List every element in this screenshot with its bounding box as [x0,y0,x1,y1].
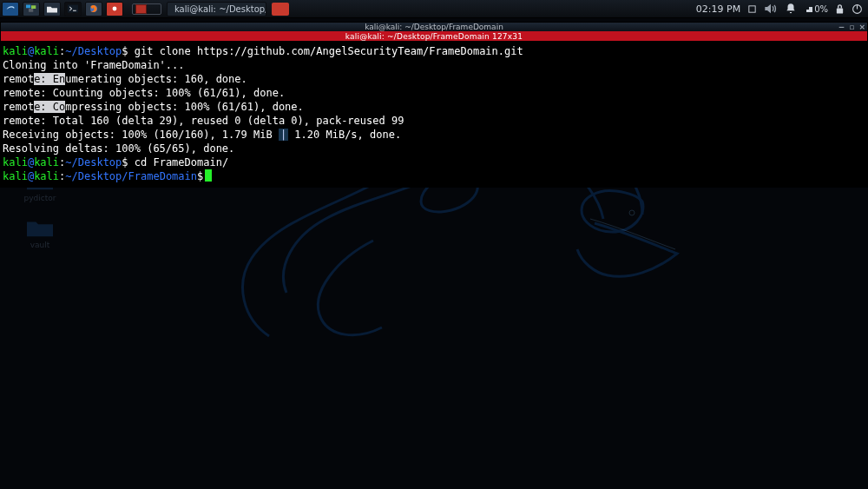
prompt-user: kali [3,45,28,57]
out-highlight: e: Co [34,101,65,113]
prompt-user: kali [3,170,28,182]
out: umerating objects: 160, done. [65,73,247,85]
folder-icon [27,216,53,237]
window-tabbar[interactable]: kali@kali: ~/Desktop/FrameDomain 127x31 [1,31,867,41]
window-frame: kali@kali: ~/Desktop/FrameDomain − ▫ × k… [0,22,868,188]
out: remot [3,101,34,113]
svg-point-5 [113,7,117,11]
out: mpressing objects: 100% (61/61), done. [65,101,304,113]
power-icon[interactable] [852,3,863,15]
out: Resolving deltas: 100% (65/65), done. [3,142,234,155]
clock: 02:19 PM [696,3,740,15]
close-button[interactable]: × [858,23,865,31]
firefox-icon [89,3,99,14]
window-titlebar[interactable]: kali@kali: ~/Desktop/FrameDomain − ▫ × [1,23,867,31]
squares-icon [26,4,36,13]
svg-rect-1 [31,5,36,9]
out: remot [3,73,34,85]
app-files[interactable] [43,2,61,17]
prompt-path: ~/Desktop [65,156,122,169]
out-pipe: | [279,129,288,141]
out: Cloning into 'FrameDomain'... [3,59,185,71]
out: remote: Total 160 (delta 29), reused 0 (… [3,115,404,127]
prompt-host: kali [34,156,59,169]
maximize-button[interactable]: ▫ [849,23,854,31]
svg-rect-2 [29,9,33,12]
cmd: git clone https://github.com/AngelSecuri… [128,45,523,57]
svg-rect-6 [749,5,755,11]
prompt-dollar: $ [122,156,128,169]
task-button[interactable] [272,3,289,16]
files-icon [47,4,57,13]
task-label: kali@kali: ~/Desktop/Fr... [174,4,266,14]
cursor [205,169,212,182]
prompt-dollar: $ [122,45,128,57]
terminal-icon [68,4,78,13]
svg-rect-3 [68,5,78,13]
prompt-host: kali [34,45,59,57]
window-controls: − ▫ × [838,23,865,31]
icon-vault[interactable]: vault [9,213,71,253]
out: 1.20 MiB/s, done. [288,129,401,141]
launchers: kali@kali: ~/Desktop/Fr... [0,0,289,17]
volume-icon[interactable] [764,3,778,15]
out: remote: Counting objects: 100% (61/61), … [3,87,285,99]
cmd: cd FrameDomain/ [128,156,229,169]
battery-icon [804,5,812,12]
window-title: kali@kali: ~/Desktop/FrameDomain [365,23,503,31]
battery-pct: 0% [814,4,828,14]
app-firefox[interactable] [85,2,102,17]
prompt-user: kali [3,156,28,169]
workspace-switcher[interactable] [132,3,161,15]
active-tab[interactable]: kali@kali: ~/Desktop/FrameDomain 127x31 [345,32,523,41]
svg-rect-8 [837,8,843,13]
app-folders[interactable] [23,2,40,17]
terminal-window[interactable]: kali@kali: ~/Desktop/FrameDomain − ▫ × k… [0,22,868,188]
bell-icon[interactable] [785,3,797,15]
task-terminal[interactable]: kali@kali: ~/Desktop/Fr... [167,2,266,17]
prompt-path: ~/Desktop [65,45,122,57]
square-icon [747,4,757,14]
minimize-button[interactable]: − [838,23,845,31]
svg-rect-0 [26,5,30,9]
out: Receiving objects: 100% (160/160), 1.79 … [3,129,279,141]
menu-button[interactable] [2,2,19,17]
dot-icon [111,5,118,12]
svg-point-10 [629,210,635,215]
lock-icon[interactable] [835,3,845,15]
svg-marker-7 [804,7,812,12]
prompt-dollar: $ [197,170,203,182]
prompt-path: ~/Desktop/FrameDomain [65,170,197,182]
icon-label: pydictor [24,194,56,202]
prompt-host: kali [34,170,59,182]
terminal[interactable]: kali@kali:~/Desktop$ git clone https://g… [1,41,867,187]
kali-icon [5,3,16,14]
taskbar-tray: 02:19 PM 0% [696,3,868,15]
icon-label: vault [30,241,50,249]
app-launcher[interactable] [106,2,123,17]
out-highlight: e: En [34,73,65,85]
app-terminal[interactable] [64,2,82,17]
taskbar[interactable]: kali@kali: ~/Desktop/Fr... 02:19 PM 0% [0,0,868,18]
